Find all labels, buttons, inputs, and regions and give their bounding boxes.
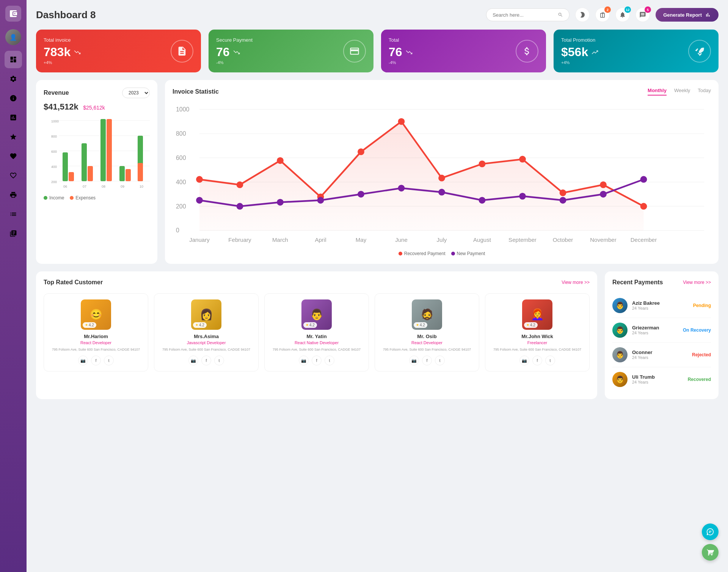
search-bar[interactable] xyxy=(486,8,570,21)
theme-toggle-btn[interactable] xyxy=(575,8,590,22)
chat-icon xyxy=(639,11,646,18)
tab-weekly[interactable]: Weekly xyxy=(674,88,690,96)
instagram-icon-2[interactable]: 📷 xyxy=(299,356,309,365)
sidebar-item-file[interactable] xyxy=(5,225,22,242)
svg-point-45 xyxy=(479,161,486,168)
sidebar-item-heart[interactable] xyxy=(5,147,22,165)
svg-point-54 xyxy=(358,191,364,197)
page-title: Dashboard 8 xyxy=(36,9,96,21)
customer-avatar-2: 👨 ★ 4.2 xyxy=(301,299,332,330)
customer-name-4: Mr.John Wick xyxy=(489,334,585,339)
svg-text:600: 600 xyxy=(51,150,57,154)
svg-text:1000: 1000 xyxy=(51,119,59,123)
svg-text:April: April xyxy=(315,237,326,243)
instagram-icon-1[interactable]: 📷 xyxy=(188,356,198,365)
invoice-line-chart: 1000 800 600 400 200 0 xyxy=(173,99,711,248)
invoice-label: Total invoice xyxy=(44,37,81,43)
user-avatar[interactable]: 👤 xyxy=(5,29,21,45)
support-fab[interactable] xyxy=(702,523,719,540)
payments-view-more[interactable]: View more >> xyxy=(683,280,711,285)
svg-text:June: June xyxy=(395,237,408,243)
sidebar-item-settings[interactable] xyxy=(5,70,22,88)
sidebar-item-print[interactable] xyxy=(5,186,22,204)
facebook-icon-4[interactable]: f xyxy=(532,356,542,365)
promotion-value: $56k xyxy=(561,45,588,59)
year-select[interactable]: 2023 2022 2021 xyxy=(122,88,150,98)
payments-card: Recent Payments View more >> 👨 Aziz Bakr… xyxy=(605,271,719,399)
total-label: Total xyxy=(389,37,413,43)
sidebar-item-star[interactable] xyxy=(5,128,22,146)
payment-info-0: Aziz Bakree 24 Years xyxy=(632,300,689,310)
bell-btn[interactable]: 12 xyxy=(615,8,630,22)
facebook-icon-3[interactable]: f xyxy=(422,356,432,365)
svg-text:800: 800 xyxy=(176,130,186,137)
twitter-icon-2[interactable]: t xyxy=(325,356,334,365)
customers-header: Top Rated Customer View more >> xyxy=(44,279,590,286)
svg-point-53 xyxy=(317,197,324,204)
svg-point-42 xyxy=(358,149,364,155)
facebook-icon-1[interactable]: f xyxy=(201,356,211,365)
chat-btn[interactable]: 5 xyxy=(635,8,650,22)
total-change: -4% xyxy=(389,60,413,65)
stat-card-promotion: Total Promotion $56k +4% xyxy=(554,30,719,72)
promotion-change: +4% xyxy=(561,60,599,65)
svg-point-43 xyxy=(398,118,405,125)
svg-text:10: 10 xyxy=(140,185,143,188)
customer-name-2: Mr. Yatin xyxy=(268,334,365,339)
svg-point-51 xyxy=(237,203,243,210)
customers-view-more[interactable]: View more >> xyxy=(562,280,590,285)
svg-text:October: October xyxy=(553,237,573,243)
sidebar-item-heart2[interactable] xyxy=(5,167,22,184)
customer-address-4: 795 Folsom Ave, Suite 600 San Francisco,… xyxy=(489,347,585,352)
instagram-icon-3[interactable]: 📷 xyxy=(409,356,419,365)
sidebar-item-list[interactable] xyxy=(5,205,22,223)
gift-btn[interactable]: 2 xyxy=(595,8,610,22)
customer-name-3: Mr. Osib xyxy=(379,334,475,339)
instagram-icon-4[interactable]: 📷 xyxy=(519,356,529,365)
facebook-icon-0[interactable]: f xyxy=(91,356,101,365)
facebook-icon-2[interactable]: f xyxy=(312,356,322,365)
customer-address-3: 795 Folsom Ave, Suite 600 San Francisco,… xyxy=(379,347,475,352)
customer-card-4: 👩‍🦰 ★ 4.2 Mr.John Wick Freelancer 795 Fo… xyxy=(485,293,590,372)
customer-socials-0: 📷 f t xyxy=(48,356,144,365)
customer-socials-1: 📷 f t xyxy=(158,356,254,365)
generate-report-button[interactable]: Generate Report xyxy=(656,8,719,22)
sidebar-item-analytics[interactable] xyxy=(5,109,22,126)
svg-rect-15 xyxy=(107,119,112,181)
twitter-icon-3[interactable]: t xyxy=(435,356,445,365)
rating-badge-2: ★ 4.2 xyxy=(303,322,317,328)
svg-text:September: September xyxy=(508,237,537,243)
star-icon xyxy=(9,133,17,141)
svg-point-50 xyxy=(196,197,203,204)
svg-text:06: 06 xyxy=(63,185,67,188)
tab-today[interactable]: Today xyxy=(698,88,711,96)
customer-address-1: 795 Folsom Ave, Suite 600 San Francisco,… xyxy=(158,347,254,352)
sidebar-logo[interactable] xyxy=(5,6,21,22)
cart-fab[interactable] xyxy=(702,544,719,561)
sidebar-item-info[interactable] xyxy=(5,89,22,107)
twitter-icon-1[interactable]: t xyxy=(214,356,224,365)
instagram-icon-0[interactable]: 📷 xyxy=(78,356,88,365)
payment-item-0: 👨 Aziz Bakree 24 Years Pending xyxy=(612,293,711,318)
moon-icon xyxy=(579,11,586,18)
shopping-cart-icon xyxy=(706,548,714,556)
search-icon xyxy=(558,12,563,18)
twitter-icon-0[interactable]: t xyxy=(104,356,114,365)
payment-status-0: Pending xyxy=(693,303,711,308)
svg-point-40 xyxy=(277,157,284,164)
svg-rect-11 xyxy=(69,172,74,181)
heart-icon xyxy=(9,152,17,160)
search-input[interactable] xyxy=(493,12,555,18)
promotion-icon-circle xyxy=(688,40,711,63)
svg-rect-14 xyxy=(100,119,106,181)
tab-monthly[interactable]: Monthly xyxy=(648,88,667,96)
customer-role-4: Freelancer xyxy=(489,340,585,345)
svg-rect-10 xyxy=(63,152,68,181)
recovered-legend: Recovered Payment xyxy=(399,251,446,256)
svg-text:February: February xyxy=(228,237,251,243)
revenue-secondary: $25,612k xyxy=(83,105,105,111)
gift-icon xyxy=(599,11,606,18)
sidebar-item-dashboard[interactable] xyxy=(5,51,22,68)
twitter-icon-4[interactable]: t xyxy=(545,356,555,365)
fab-container xyxy=(702,523,719,561)
